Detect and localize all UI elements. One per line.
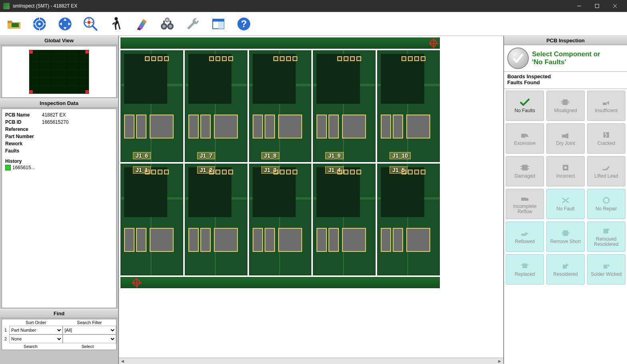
- fault-damaged-button[interactable]: Damaged: [506, 156, 544, 186]
- binoculars-button[interactable]: [158, 15, 176, 33]
- svg-rect-40: [521, 233, 525, 236]
- faults-found-label: Faults Found: [507, 79, 624, 85]
- svg-rect-27: [603, 103, 607, 105]
- fault-insufficient-button[interactable]: Insufficient: [587, 91, 625, 121]
- history-icon: [5, 165, 11, 170]
- search-filter-1[interactable]: [All]: [63, 326, 116, 334]
- color-button[interactable]: [133, 15, 151, 33]
- fault-no-fault-button[interactable]: No Fault: [546, 189, 585, 219]
- pcb-viewer[interactable]: J1_6J1_7J1_8J1_9J1_10 J1_1J1_2J1_3J1_4J1…: [119, 36, 503, 358]
- svg-rect-51: [603, 265, 607, 269]
- fault-excessive-button[interactable]: Excessive: [506, 123, 544, 154]
- svg-rect-24: [561, 103, 563, 103]
- horizontal-scrollbar[interactable]: ◄ ►: [119, 358, 503, 364]
- fault-button-label: Removed Resoldered: [589, 237, 623, 247]
- fault-reflowed-button[interactable]: Reflowed: [506, 222, 544, 252]
- svg-point-12: [169, 25, 172, 28]
- target-button[interactable]: [30, 15, 49, 33]
- fault-replaced-button[interactable]: Replaced: [506, 254, 544, 285]
- global-pcb-thumb: [29, 50, 89, 94]
- no-repair-icon: [601, 196, 611, 205]
- close-button[interactable]: [606, 0, 624, 12]
- svg-text:?: ?: [241, 18, 247, 29]
- svg-point-37: [564, 166, 567, 169]
- window-tile-button[interactable]: [209, 15, 227, 33]
- svg-rect-44: [568, 232, 570, 233]
- walk-button[interactable]: [107, 15, 125, 33]
- pcb-top-strip: [121, 38, 440, 49]
- history-item[interactable]: 1665615...: [5, 165, 113, 170]
- wrench-button[interactable]: [184, 15, 202, 33]
- fault-dry-joint-button[interactable]: Dry Joint: [546, 123, 585, 154]
- pcb-tile[interactable]: J1_10: [377, 50, 440, 162]
- pcb-tile[interactable]: J1_9: [313, 50, 376, 162]
- fault-button-grid: No FaultsMisalignedInsufficientExcessive…: [504, 89, 627, 364]
- sort-order-2[interactable]: None: [9, 334, 63, 343]
- svg-rect-29: [562, 135, 565, 138]
- sort-order-1[interactable]: Part Number: [9, 326, 63, 334]
- incomplete-reflow-icon: [520, 194, 530, 202]
- fault-incomplete-reflow-button[interactable]: Incomplete Reflow: [506, 189, 544, 219]
- pcb-tile[interactable]: J1_8: [249, 50, 312, 162]
- fault-button-label: No Faults: [514, 108, 535, 113]
- search-filter-2[interactable]: [63, 334, 116, 343]
- pcb-tile[interactable]: J1_6: [121, 50, 183, 162]
- pcb-tile-label: J1_8: [261, 152, 279, 159]
- window-title: smInspect (SMT) - 41882T EX: [13, 3, 570, 9]
- move-button[interactable]: [56, 15, 74, 33]
- fault-button-label: Lifted Lead: [594, 174, 618, 179]
- fault-lifted-lead-button[interactable]: Lifted Lead: [587, 156, 625, 186]
- svg-rect-42: [562, 232, 563, 233]
- center-panel: J1_6J1_7J1_8J1_9J1_10 J1_1J1_2J1_3J1_4J1…: [119, 36, 503, 364]
- fault-solder-wicked-button[interactable]: Solder Wicked: [587, 254, 625, 285]
- replaced-icon: [520, 261, 530, 270]
- fault-remove-short-button[interactable]: Remove Short: [546, 222, 585, 252]
- find-row-1-num: 1: [2, 326, 9, 334]
- fault-misaligned-button[interactable]: Misaligned: [546, 91, 585, 121]
- select-button[interactable]: Select: [59, 343, 116, 350]
- fault-incorrect-button[interactable]: Incorrect: [546, 156, 585, 186]
- fault-button-label: Replaced: [515, 272, 535, 277]
- scroll-right-icon[interactable]: ►: [497, 358, 502, 364]
- pcb-tile[interactable]: J1_5: [377, 164, 440, 275]
- pcb-tile-label: J1_7: [197, 152, 215, 159]
- zoom-target-button[interactable]: [81, 15, 100, 33]
- fault-resoldered-button[interactable]: Resoldered: [546, 254, 585, 285]
- pcb-tile-label: J1_2: [197, 166, 215, 174]
- help-button[interactable]: ?: [235, 15, 253, 33]
- find-header: Find: [0, 309, 118, 318]
- search-button[interactable]: Search: [2, 343, 59, 350]
- global-view-header: Global View: [0, 36, 118, 45]
- svg-rect-1: [12, 23, 19, 27]
- pcb-tile[interactable]: J1_1: [121, 164, 183, 275]
- maximize-button[interactable]: [588, 0, 606, 12]
- pcb-tile[interactable]: J1_3: [249, 164, 312, 275]
- global-view[interactable]: [2, 46, 117, 98]
- svg-rect-32: [520, 166, 522, 167]
- pcb-tile[interactable]: J1_7: [185, 50, 247, 162]
- pcb-tile[interactable]: J1_4: [313, 164, 376, 275]
- svg-rect-35: [528, 168, 529, 169]
- fault-button-label: Excessive: [514, 141, 536, 146]
- svg-rect-26: [568, 103, 569, 103]
- open-folder-button[interactable]: [5, 15, 23, 33]
- fault-no-repair-button[interactable]: No Repair: [587, 189, 625, 219]
- fault-no-faults-button[interactable]: No Faults: [506, 91, 544, 121]
- pcb-tile[interactable]: J1_2: [185, 164, 247, 275]
- fault-button-label: No Repair: [595, 206, 617, 212]
- no-faults-icon: [520, 98, 530, 107]
- sort-order-header: Sort Order: [9, 319, 63, 326]
- solder-wicked-icon: [601, 261, 611, 270]
- history-item-label: 1665615...: [12, 165, 35, 170]
- svg-point-7: [87, 21, 91, 24]
- dry-joint-icon: [560, 131, 571, 139]
- pcb-name-value: 41882T EX: [42, 111, 66, 119]
- fault-button-label: Cracked: [597, 141, 615, 146]
- minimize-button[interactable]: [570, 0, 588, 12]
- svg-rect-31: [522, 165, 528, 170]
- inspection-data-header: Inspection Data: [0, 99, 118, 108]
- fault-cracked-button[interactable]: Cracked: [587, 123, 625, 154]
- svg-rect-34: [528, 166, 529, 167]
- scroll-left-icon[interactable]: ◄: [120, 358, 125, 364]
- fault-removed-resoldered-button[interactable]: Removed Resoldered: [587, 222, 625, 252]
